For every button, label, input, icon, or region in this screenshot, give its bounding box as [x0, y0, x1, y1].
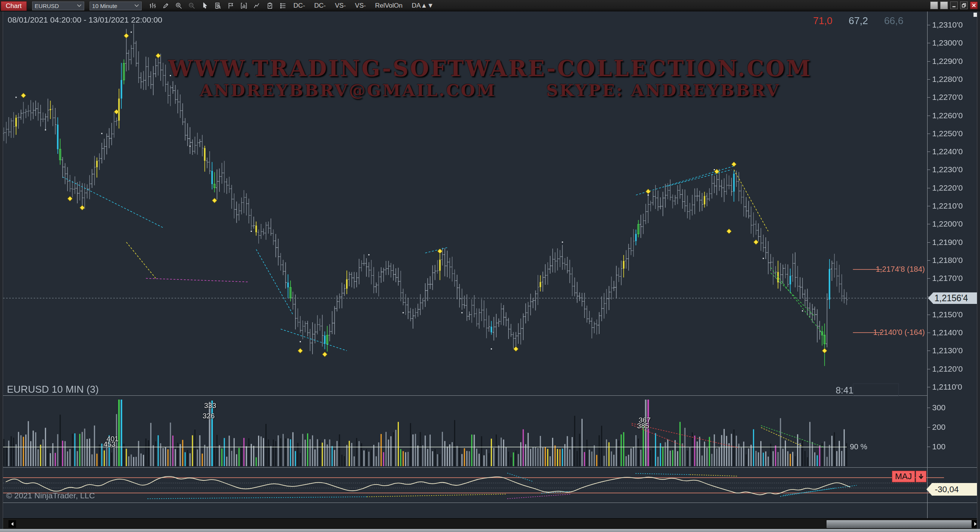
toolbar-button-relvolon-4[interactable]: RelVolOn	[375, 2, 403, 10]
price-tick	[928, 134, 930, 134]
instrument-select[interactable]: EURUSD	[32, 2, 84, 10]
interval-value: 10 Minute	[92, 3, 118, 9]
volume-annotation-333: 333	[204, 401, 216, 410]
current-price-marker: 1,2156'4	[928, 292, 980, 304]
draw-icon[interactable]	[162, 2, 170, 10]
price-axis-label: 1,2240'0	[932, 147, 963, 156]
price-tick	[928, 25, 930, 25]
watermark-line2: ANDREYBBRV@GMAIL.COM SKYPE: ANDREYBBRV	[130, 80, 850, 100]
price-axis-label: 1,2270'0	[932, 93, 963, 102]
pane-divider-volume[interactable]	[3, 395, 927, 396]
watermark: WWW.TRADING-SOFTWARE-COLLECTION.COM ANDR…	[130, 57, 850, 100]
link-button-2[interactable]	[940, 2, 948, 9]
price-axis-label: 1,2230'0	[932, 165, 963, 174]
maj-indicator-badge[interactable]: MAJ	[892, 471, 926, 482]
volume-annotation-326: 326	[203, 412, 215, 420]
indicator-value-1: 67,2	[849, 15, 868, 27]
instrument-value: EURUSD	[35, 3, 59, 9]
price-axis-label: 1,2110'0	[932, 382, 962, 392]
price-tick	[928, 43, 930, 43]
price-axis-label: 1,2300'0	[932, 38, 963, 47]
time-axis-border	[0, 503, 980, 503]
indicator-values: 71,067,266,6	[813, 15, 903, 27]
report-icon[interactable]	[214, 2, 222, 10]
price-tick	[928, 260, 930, 261]
zoom-in-icon[interactable]	[175, 2, 183, 10]
alert-icon[interactable]	[227, 2, 235, 10]
arrow-down-icon[interactable]	[916, 471, 926, 482]
watermark-skype: SKYPE: ANDREYBBRV	[546, 80, 780, 100]
window-controls	[930, 2, 978, 9]
pattern-icon[interactable]	[253, 2, 261, 10]
price-tick	[928, 206, 930, 206]
price-level-label-1: 1,2140'0 (-164)	[873, 328, 925, 337]
volume-axis-label: 300	[932, 403, 946, 412]
toolbar-button-vs-3[interactable]: VS-	[355, 2, 366, 10]
toolbar-button-da-5[interactable]: DA▲▼	[412, 2, 434, 10]
price-tick	[928, 97, 930, 98]
price-axis-label: 1,2210'0	[932, 201, 963, 211]
window-bottom-edge	[0, 529, 980, 532]
pane-divider-oscillator[interactable]	[0, 467, 980, 468]
scroll-left-button[interactable]	[8, 520, 16, 528]
toolbar-icons	[149, 2, 287, 10]
interval-select[interactable]: 10 Minute	[90, 2, 142, 10]
toolbar-button-dc-0[interactable]: DC-	[294, 2, 305, 10]
price-axis-label: 1,2310'0	[932, 20, 963, 29]
price-tick	[928, 79, 930, 80]
close-button[interactable]	[970, 2, 978, 9]
price-tick	[928, 315, 930, 315]
price-tick	[928, 333, 930, 333]
price-axis-label: 1,2150'0	[932, 310, 963, 319]
volume-annotation-385: 385	[637, 422, 649, 430]
price-axis-label: 1,2280'0	[932, 75, 963, 84]
toolbar-button-vs-2[interactable]: VS-	[335, 2, 346, 10]
price-tick	[928, 351, 930, 351]
window-left-edge	[0, 11, 3, 529]
indicator-value-2: 66,6	[884, 15, 903, 27]
tab-chart[interactable]: Chart	[1, 1, 27, 11]
bar-timer: 8:41	[836, 385, 854, 396]
list-icon[interactable]	[279, 2, 287, 10]
price-axis-label: 1,2290'0	[932, 57, 963, 66]
minimize-button[interactable]	[950, 2, 958, 9]
volume-tick	[928, 408, 930, 408]
indicator-value-0: 71,0	[813, 15, 833, 27]
pane-resize-handle[interactable]	[853, 383, 899, 397]
volume-tick	[928, 447, 930, 447]
data-grid-icon[interactable]	[266, 2, 274, 10]
price-tick	[928, 116, 930, 116]
price-axis-label: 1,2120'0	[932, 364, 963, 374]
price-axis-label: 1,2200'0	[932, 219, 963, 228]
scrollbar-thumb[interactable]	[826, 520, 972, 529]
price-bars-icon[interactable]	[149, 2, 157, 10]
price-axis-label: 1,2140'0	[932, 328, 963, 337]
window-right-edge	[977, 11, 980, 529]
volume-axis-label: 100	[932, 442, 946, 451]
price-tick	[928, 242, 930, 243]
link-button-1[interactable]	[930, 2, 938, 9]
triangle-left-icon	[10, 522, 14, 526]
bar-analysis-icon[interactable]	[240, 2, 248, 10]
price-tick	[928, 224, 930, 224]
price-tick	[928, 278, 930, 279]
toolbar: Chart EURUSD 10 Minute DC-DC-VS-VS-RelVo…	[0, 0, 980, 11]
horizontal-scrollbar[interactable]	[0, 518, 980, 529]
zoom-out-icon[interactable]	[188, 2, 196, 10]
price-axis-label: 1,2250'0	[932, 129, 963, 138]
price-axis[interactable]: 1,2156'4 1,2310'01,2300'01,2290'01,2280'…	[928, 11, 980, 503]
price-axis-label: 1,2130'0	[932, 346, 963, 355]
cursor-icon[interactable]	[201, 2, 209, 10]
pane-title: EURUSD 10 MIN (3)	[7, 383, 99, 395]
date-range-label: 08/01/2021 04:20:00 - 13/01/2021 22:00:0…	[8, 15, 162, 24]
watermark-email: ANDREYBBRV@GMAIL.COM	[200, 80, 497, 100]
price-tick	[928, 170, 930, 170]
price-level-label-0: 1,2174'8 (184)	[876, 265, 925, 274]
restore-button[interactable]	[960, 2, 968, 9]
copyright-label: © 2021 NinjaTrader, LLC	[6, 491, 95, 500]
price-axis-label: 1,2190'0	[932, 238, 963, 247]
price-axis-label: 1,2170'0	[932, 274, 963, 283]
price-axis-label: 1,2180'0	[932, 256, 963, 265]
toolbar-button-dc-1[interactable]: DC-	[314, 2, 326, 10]
price-tick	[928, 387, 930, 387]
